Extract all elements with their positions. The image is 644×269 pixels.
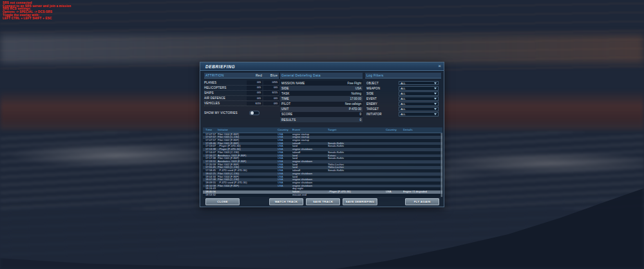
general-data-label: TIME xyxy=(281,97,350,100)
debriefing-dialog: DEBRIEFING × ATTRITION Red Blue General … xyxy=(200,62,444,207)
log-cell-target: Senaki-Kolkhi xyxy=(328,169,386,172)
log-filter-dropdown[interactable]: ALL xyxy=(399,97,439,101)
log-cell-target-country: USA xyxy=(386,190,403,194)
general-data-value: 17:00:00 xyxy=(350,97,361,100)
attrition-row: AIR DEFENCE 0/0 0/0 xyxy=(204,96,279,101)
log-filter-label: INITIATOR xyxy=(365,113,399,116)
fly-again-button[interactable]: FLY AGAIN xyxy=(405,198,439,205)
log-filter-dropdown[interactable]: ALL xyxy=(399,81,439,86)
log-filter-dropdown[interactable]: ALL xyxy=(399,102,439,106)
log-filter-row: INITIATOR ALL xyxy=(365,112,441,117)
dialog-button-bar: CLOSE WATCH TRACK SAVE TRACK SAVE DEBRIE… xyxy=(200,198,445,206)
log-column-header: Details xyxy=(403,128,440,131)
chevron-down-icon xyxy=(434,82,437,84)
attrition-blue-value: 0/0 xyxy=(263,102,279,106)
close-button[interactable]: CLOSE xyxy=(205,198,240,205)
log-filter-row: SIDE ALL xyxy=(365,91,441,96)
attrition-row-label: HELICOPTERS xyxy=(204,86,245,89)
log-row[interactable]: 18:53:32 mission end xyxy=(203,194,442,197)
show-victories-label: SHOW MY VICTORIES xyxy=(204,111,249,115)
attrition-row: HELICOPTERS 0/0 0/0 xyxy=(204,86,279,91)
event-log-header: TimeInitiatorCountryEventTargetCountryDe… xyxy=(203,127,442,133)
gray-cloud-band xyxy=(0,35,644,63)
chevron-down-icon xyxy=(434,98,437,100)
dialog-title: DEBRIEFING xyxy=(200,64,235,69)
log-filter-selected-value: ALL xyxy=(399,87,434,90)
attrition-col-red: Red xyxy=(248,73,263,77)
log-cell-target: Senaki-Kolkhi xyxy=(328,157,386,160)
attrition-red-value: 0/0 xyxy=(247,86,262,90)
log-cell-time: 18:53:32 xyxy=(205,194,218,197)
save-track-button[interactable]: SAVE TRACK xyxy=(306,198,340,205)
log-filters-header: Log Filters xyxy=(365,73,441,77)
log-cell-country: USA xyxy=(278,185,292,188)
log-column-header: Event xyxy=(292,128,328,131)
general-data-value: 0 xyxy=(359,118,361,122)
watch-track-button[interactable]: WATCH TRACK xyxy=(269,198,303,205)
general-data-header-bar: General Debriefing Data xyxy=(280,73,363,79)
general-data-row: TIME 17:00:00 xyxy=(280,96,363,101)
event-log-body[interactable]: 17:07:57 Pilot #004 (F-86F) USA engine s… xyxy=(203,133,442,197)
general-data-value: Free Flight xyxy=(347,82,361,85)
attrition-red-value: 0/0 xyxy=(247,97,262,101)
log-filter-row: TARGET ALL xyxy=(365,106,441,111)
general-data-label: MISSION NAME xyxy=(281,82,347,85)
attrition-row-label: VEHICLES xyxy=(204,102,245,105)
log-filter-selected-value: ALL xyxy=(399,107,434,111)
close-icon[interactable]: × xyxy=(438,63,441,70)
attrition-col-blue: Blue xyxy=(263,73,279,77)
general-data-row: SIDE USA xyxy=(280,86,363,91)
log-filter-dropdown[interactable]: ALL xyxy=(399,107,439,111)
general-data-row: SCORE 0 xyxy=(280,112,363,117)
attrition-row-label: PLANES xyxy=(204,81,245,84)
general-data-label: UNIT xyxy=(281,107,349,111)
attrition-red-value: 0/0 xyxy=(247,80,262,85)
log-filter-dropdown[interactable]: ALL xyxy=(399,86,439,91)
log-cell-target: - Player (P-47D-30) xyxy=(328,190,386,194)
general-data-table: MISSION NAME Free Flight SIDE USA TASK N… xyxy=(280,80,363,122)
log-filter-row: ENEMY ALL xyxy=(365,101,441,106)
log-cell-target: Senaki-Kolkhi xyxy=(328,145,386,148)
log-cell-event: mission end xyxy=(292,194,328,197)
save-debriefing-button[interactable]: SAVE DEBRIEFING xyxy=(343,198,377,205)
log-filter-dropdown[interactable]: ALL xyxy=(399,112,439,116)
general-data-row: TASK Nothing xyxy=(280,91,363,96)
log-filter-selected-value: ALL xyxy=(399,92,434,95)
general-data-value: Nothing xyxy=(351,92,361,95)
general-data-value: New callsign xyxy=(345,102,361,106)
general-data-value: P-47D-30 xyxy=(349,107,361,111)
log-filter-dropdown[interactable]: ALL xyxy=(399,91,439,96)
log-column-header: Initiator xyxy=(218,128,278,131)
general-data-label: PILOT xyxy=(281,102,345,106)
general-data-row: RESULTS 0 xyxy=(280,117,363,122)
attrition-red-value: 0/0 xyxy=(247,91,262,95)
attrition-row-label: AIR DEFENCE xyxy=(204,97,245,100)
log-filters-list: OBJECT ALL WEAPON ALL SIDE ALL EVENT ALL… xyxy=(365,80,441,117)
button-label: SAVE DEBRIEFING xyxy=(346,200,374,203)
log-filter-row: OBJECT ALL xyxy=(365,80,441,86)
attrition-blue-value: 0/0 xyxy=(263,97,279,101)
log-filter-selected-value: ALL xyxy=(399,82,434,85)
chevron-down-icon xyxy=(434,88,437,89)
general-data-label: SCORE xyxy=(281,113,359,116)
log-cell-initiator: Pilot #004 (F-86F) xyxy=(218,185,278,188)
general-data-row: MISSION NAME Free Flight xyxy=(280,80,363,86)
attrition-row: SHIPS 0/0 6/15 xyxy=(204,91,279,96)
log-scrollbar[interactable] xyxy=(440,133,442,197)
attrition-blue-value: 0/55 xyxy=(263,80,279,85)
general-data-value: USA xyxy=(355,87,361,90)
srs-overlay-line: LEFT CTRL + LEFT SHIFT + ESC xyxy=(3,17,71,21)
log-filter-row: EVENT ALL xyxy=(365,96,441,101)
attrition-row: VEHICLES 6/20 0/0 xyxy=(204,101,279,106)
attrition-blue-value: 6/15 xyxy=(263,91,279,95)
attrition-header: ATTRITION xyxy=(204,73,248,77)
attrition-row: PLANES 0/0 0/55 xyxy=(204,80,279,86)
log-cell-details: Engine #1 degraded xyxy=(403,190,440,194)
general-data-value: 0 xyxy=(359,113,361,116)
general-data-row: UNIT P-47D-30 xyxy=(280,107,363,112)
log-filter-label: TARGET xyxy=(365,107,399,111)
button-label: SAVE TRACK xyxy=(313,200,333,203)
show-victories-toggle[interactable] xyxy=(249,111,260,115)
log-filter-label: EVENT xyxy=(365,97,399,100)
log-filters-header-bar: Log Filters xyxy=(365,73,441,79)
